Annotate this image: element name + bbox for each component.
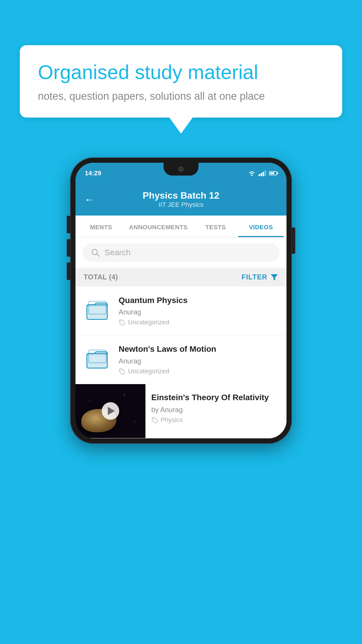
video-title: Einstein's Theory Of Relativity [151,392,281,403]
tab-videos[interactable]: VIDEOS [238,216,284,237]
back-button[interactable]: ← [84,193,95,206]
tag-label: Physics [161,416,183,424]
header-subtitle: IIT JEE Physics [101,201,261,209]
camera-dot [178,167,184,172]
speech-bubble-arrow [169,118,193,134]
speech-bubble-title: Organised study material [38,60,324,84]
tab-announcements[interactable]: ANNOUNCEMENTS [124,216,193,237]
status-time: 14:29 [85,169,101,177]
speech-bubble-container: Organised study material notes, question… [20,45,342,134]
tag-label: Uncategorized [128,368,169,375]
tag-icon [119,319,125,326]
video-author: Anurag [119,357,280,365]
folder-icon [86,347,108,370]
phone-outer: 14:29 [70,158,292,444]
video-thumbnail [75,384,145,438]
video-title: Newton's Laws of Motion [119,344,280,354]
video-title: Quantum Physics [119,295,280,306]
video-tag: Uncategorized [119,318,280,326]
total-label: TOTAL (4) [84,273,118,281]
app-header: ← Physics Batch 12 IIT JEE Physics [75,184,287,216]
folder-icon-container [82,344,112,373]
play-icon [108,407,115,415]
speech-bubble-subtitle: notes, question papers, solutions all at… [38,90,324,102]
filter-button[interactable]: FILTER [242,273,278,281]
filter-label: FILTER [242,273,267,281]
signal-bars-icon [259,170,266,176]
search-placeholder: Search [105,248,131,257]
video-author: Anurag [119,308,280,316]
phone-wrapper: 14:29 [70,158,292,444]
video-info: Einstein's Theory Of Relativity by Anura… [145,384,287,432]
notch-cutout [164,163,198,176]
tag-label: Uncategorized [128,318,169,326]
svg-line-2 [97,254,99,256]
video-tag: Physics [151,416,281,424]
tab-ments[interactable]: MENTS [78,216,124,237]
search-icon [91,248,100,257]
search-container: Search [75,237,287,268]
svg-point-7 [120,321,121,322]
svg-point-11 [120,370,121,370]
video-info: Quantum Physics Anurag Uncategorized [119,295,280,326]
battery-icon [269,171,277,175]
svg-rect-8 [87,354,107,368]
svg-point-0 [251,175,253,176]
filter-row: TOTAL (4) FILTER [75,268,287,286]
svg-rect-4 [87,305,107,319]
svg-point-12 [153,419,154,419]
video-list: Quantum Physics Anurag Uncategorized [75,286,287,438]
search-bar[interactable]: Search [82,243,280,262]
video-info: Newton's Laws of Motion Anurag Uncategor… [119,344,280,375]
status-bar: 14:29 [75,163,287,184]
header-title-block: Physics Batch 12 IIT JEE Physics [101,190,261,209]
wifi-icon [248,170,256,176]
phone-screen: 14:29 [75,163,287,438]
filter-funnel-icon [270,273,278,281]
tag-icon [119,368,125,374]
video-tag: Uncategorized [119,368,280,375]
folder-icon-container [82,295,112,324]
status-icons [248,170,277,176]
list-item[interactable]: Newton's Laws of Motion Anurag Uncategor… [75,335,287,384]
play-button[interactable] [102,402,119,420]
video-author: by Anurag [151,406,281,414]
tag-icon [151,417,158,423]
speech-bubble: Organised study material notes, question… [20,45,342,118]
svg-marker-3 [271,274,278,281]
list-item[interactable]: Einstein's Theory Of Relativity by Anura… [75,384,287,438]
tabs-bar: MENTS ANNOUNCEMENTS TESTS VIDEOS [75,216,287,237]
folder-icon [86,298,108,321]
list-item[interactable]: Quantum Physics Anurag Uncategorized [75,286,287,335]
header-title: Physics Batch 12 [101,190,261,201]
tab-tests[interactable]: TESTS [193,216,238,237]
